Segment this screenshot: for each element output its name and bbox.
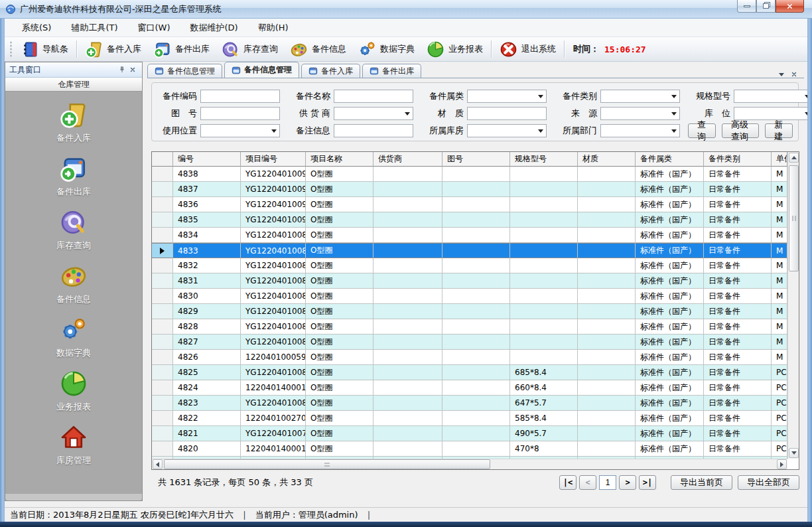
first-page-button[interactable]: |< [559, 475, 576, 490]
table-row[interactable]: 4832YG12204010087O型圈标准件（国产）日常备件M [152, 258, 787, 273]
combo-dropdown-icon[interactable] [535, 91, 545, 102]
scroll-down-button[interactable] [789, 448, 799, 458]
minimize-button[interactable] [737, 0, 756, 13]
column-header[interactable]: 供货商 [373, 152, 442, 167]
tab-list-dropdown-icon[interactable] [779, 73, 784, 76]
scroll-left-button[interactable] [153, 459, 163, 469]
column-header[interactable]: 备件属类 [636, 152, 704, 167]
parts-outbound-toolbar-button[interactable]: 备件出库 [147, 38, 216, 60]
column-header[interactable]: 项目编号 [241, 152, 306, 167]
toolbar-grip[interactable] [9, 40, 13, 58]
sidebar-item-stock-query[interactable]: 库存查询 [56, 208, 91, 252]
pin-icon[interactable] [117, 64, 127, 75]
exit-system-toolbar-button[interactable]: 退出系统 [494, 38, 562, 60]
scroll-right-button[interactable] [777, 459, 787, 469]
row-selector-cell[interactable] [152, 335, 173, 350]
row-selector-cell[interactable] [152, 441, 173, 457]
row-selector-cell[interactable] [152, 212, 173, 228]
export-all-pages-button[interactable]: 导出全部页 [738, 475, 799, 490]
combo-dropdown-icon[interactable] [669, 91, 679, 102]
table-row[interactable]: 4827YG12204010082O型圈标准件（国产）日常备件M [152, 335, 787, 350]
search-input-field[interactable] [334, 90, 413, 103]
column-header[interactable]: 备件类别 [704, 152, 772, 167]
sidebar-item-warehouse-mgmt[interactable]: 库房管理 [56, 423, 91, 467]
menu-item-system[interactable]: 系统(S) [13, 19, 60, 37]
table-row[interactable]: 4835YG12204010090O型圈标准件（国产）日常备件M [152, 212, 787, 228]
row-selector-cell[interactable] [152, 319, 173, 335]
tab-2-active[interactable]: 备件信息管理 [224, 62, 299, 78]
combo-dropdown-icon[interactable] [269, 125, 279, 136]
row-selector-cell[interactable] [152, 182, 173, 197]
search-select-field[interactable] [734, 90, 812, 103]
row-selector-cell[interactable] [152, 273, 173, 289]
table-row[interactable]: 48261220401000599O型圈标准件（国产）日常备件M [152, 350, 787, 365]
table-row[interactable]: 4828YG12204010083O型圈标准件（国产）日常备件M [152, 319, 787, 335]
table-row[interactable]: 4821YG12204010079O型圈490*5.7标准件（国产）日常备件PC [152, 426, 787, 441]
combo-dropdown-icon[interactable] [535, 125, 545, 136]
row-selector-cell[interactable] [152, 426, 173, 441]
row-selector-cell[interactable] [152, 411, 173, 426]
row-selector-cell[interactable] [152, 258, 173, 273]
next-page-button[interactable]: > [619, 475, 636, 490]
column-header[interactable]: 单位 [772, 152, 787, 167]
restore-button[interactable] [756, 0, 776, 13]
table-row[interactable]: 48241220401400012O型圈660*8.4标准件（国产）日常备件PC [152, 380, 787, 396]
row-selector-cell[interactable] [152, 228, 173, 243]
table-row[interactable]: 48201220401400013O型圈470*8标准件（国产）日常备件PC [152, 441, 787, 457]
row-selector-cell[interactable] [152, 197, 173, 212]
table-row[interactable]: 4836YG12204010091O型圈标准件（国产）日常备件M [152, 197, 787, 212]
column-header[interactable]: 编号 [173, 152, 241, 167]
vertical-scroll-thumb[interactable] [789, 165, 799, 271]
advanced-query-button[interactable]: 高级查询 [722, 123, 759, 138]
menu-item-aux-tools[interactable]: 辅助工具(T) [62, 19, 127, 37]
scroll-up-button[interactable] [789, 153, 799, 163]
sidebar-item-parts-outbound[interactable]: 备件出库 [56, 155, 91, 198]
navigator-toolbar-button[interactable]: 导航条 [15, 38, 74, 60]
menu-item-help[interactable]: 帮助(H) [249, 19, 298, 37]
search-select-field[interactable] [467, 124, 547, 137]
stock-query-toolbar-button[interactable]: 库存查询 [216, 38, 284, 60]
close-button[interactable] [776, 0, 804, 13]
table-row[interactable]: 4823YG12204010080O型圈647*5.7标准件（国产）日常备件PC [152, 396, 787, 411]
search-select-field[interactable] [600, 107, 680, 120]
row-selector-cell[interactable] [152, 380, 173, 396]
page-number-input[interactable] [599, 475, 616, 490]
tab-3[interactable]: 备件入库 [301, 64, 360, 78]
table-row[interactable]: 4834YG12204010089O型圈标准件（国产）日常备件M [152, 228, 787, 243]
row-selector-header[interactable] [152, 152, 173, 167]
row-selector-cell[interactable] [152, 350, 173, 365]
table-row[interactable]: 4830YG12204010085O型圈标准件（国产）日常备件M [152, 289, 787, 304]
table-row[interactable]: 4833YG12204010088O型圈标准件（国产）日常备件M [152, 243, 787, 258]
menu-item-window[interactable]: 窗口(W) [129, 19, 180, 37]
menu-item-data-maintenance[interactable]: 数据维护(D) [181, 19, 247, 37]
tab-close-icon[interactable] [791, 71, 797, 78]
vertical-scrollbar[interactable] [787, 152, 799, 459]
table-row[interactable]: 4825YG12204010081O型圈685*8.4标准件（国产）日常备件PC [152, 365, 787, 380]
new-button[interactable]: 新建 [765, 123, 793, 138]
last-page-button[interactable]: >| [639, 475, 656, 490]
search-select-field[interactable] [334, 107, 413, 120]
table-row[interactable]: 4831YG12204010086O型圈标准件（国产）日常备件M [152, 273, 787, 289]
column-header[interactable]: 规格型号 [510, 152, 578, 167]
search-input-field[interactable] [467, 107, 547, 120]
sidebar-item-business-report[interactable]: 业务报表 [56, 370, 91, 413]
horizontal-scroll-thumb[interactable] [164, 459, 490, 469]
search-input-field[interactable] [200, 107, 280, 120]
tab-1[interactable]: 备件信息管理 [147, 64, 222, 78]
row-selector-cell[interactable] [152, 167, 173, 182]
sidebar-close-icon[interactable] [127, 64, 138, 75]
row-selector-cell[interactable] [152, 243, 173, 258]
table-row[interactable]: 48221220401002700O型圈585*8.4标准件（国产）日常备件PC [152, 411, 787, 426]
sidebar-item-parts-inbound[interactable]: 备件入库 [56, 101, 91, 144]
query-button[interactable]: 查询 [688, 123, 716, 138]
sidebar-item-data-dict[interactable]: 数据字典 [56, 316, 91, 359]
row-selector-cell[interactable] [152, 365, 173, 380]
horizontal-scrollbar[interactable] [152, 459, 787, 469]
column-header[interactable]: 图号 [442, 152, 510, 167]
export-current-page-button[interactable]: 导出当前页 [671, 475, 732, 490]
search-select-field[interactable] [200, 124, 280, 137]
row-selector-cell[interactable] [152, 396, 173, 411]
tab-4[interactable]: 备件出库 [362, 64, 421, 78]
search-select-field[interactable] [600, 90, 680, 103]
row-selector-cell[interactable] [152, 304, 173, 319]
